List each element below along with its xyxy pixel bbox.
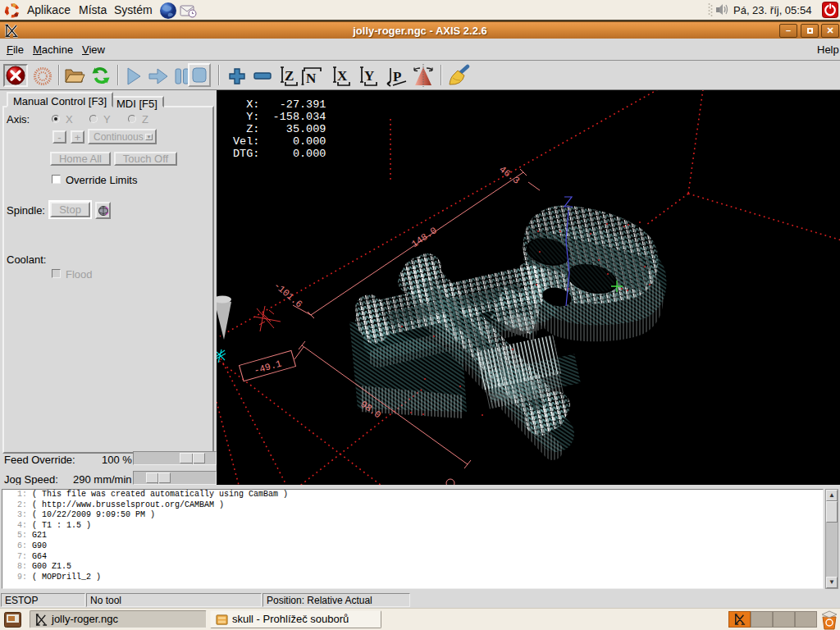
svg-text:X: X <box>337 68 348 84</box>
svg-text:DTG: 0.000: DTG: 0.000 <box>233 148 326 160</box>
svg-text:Z: 35.009: Z: 35.009 <box>233 123 326 135</box>
svg-text:Vel: 0.000: Vel: 0.000 <box>233 135 326 148</box>
svg-text:-101.6: -101.6 <box>272 280 304 310</box>
svg-text:P: P <box>393 69 401 84</box>
svg-text:-49.1: -49.1 <box>253 358 283 376</box>
svg-text:X: -27.391: X: -27.391 <box>233 98 326 111</box>
svg-text:Y: Y <box>364 68 374 84</box>
svg-text:148.0: 148.0 <box>409 225 439 249</box>
svg-text:46.3: 46.3 <box>497 164 522 186</box>
svg-text:Y: -158.034: Y: -158.034 <box>233 111 326 123</box>
svg-text:N: N <box>306 71 317 86</box>
svg-text:Z: Z <box>285 68 294 84</box>
